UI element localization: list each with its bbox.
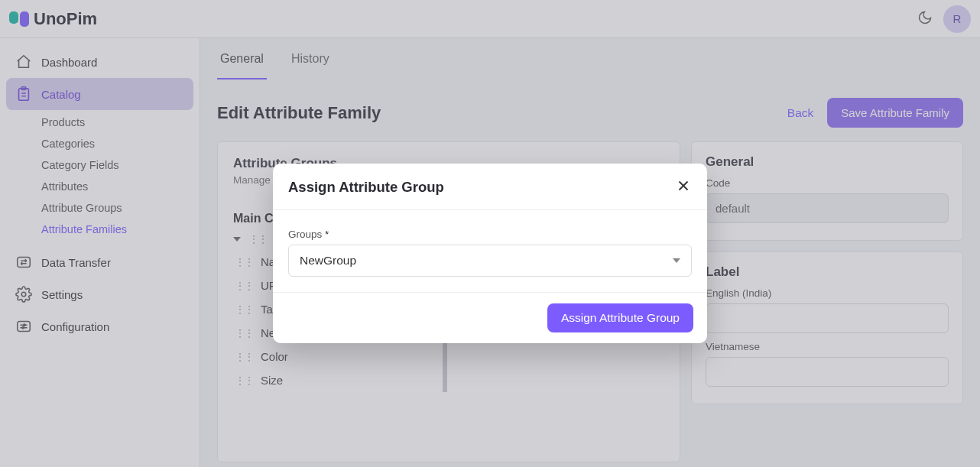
groups-selected-value: NewGroup (300, 254, 356, 268)
close-button[interactable] (675, 177, 692, 197)
close-icon (675, 177, 692, 194)
assign-attribute-group-modal: Assign Attribute Group Groups * NewGroup… (273, 164, 707, 343)
modal-title: Assign Attribute Group (288, 179, 444, 196)
required-star: * (325, 229, 329, 240)
groups-select[interactable]: NewGroup (288, 245, 692, 277)
groups-label: Groups * (288, 229, 692, 240)
modal-overlay[interactable]: Assign Attribute Group Groups * NewGroup… (0, 0, 980, 467)
chevron-down-icon (673, 258, 680, 263)
assign-attribute-group-button[interactable]: Assign Attribute Group (547, 303, 693, 332)
groups-label-text: Groups (288, 229, 322, 240)
